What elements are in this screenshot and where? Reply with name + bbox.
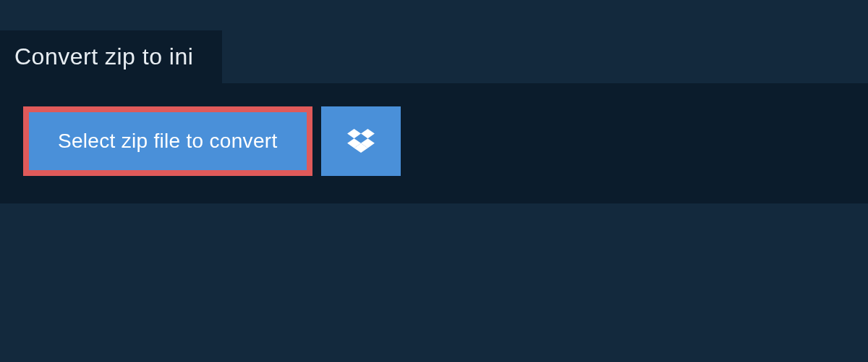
select-file-label: Select zip file to convert [58, 130, 278, 153]
dropbox-button[interactable] [321, 106, 401, 176]
select-file-button[interactable]: Select zip file to convert [23, 106, 312, 176]
button-row: Select zip file to convert [23, 106, 845, 176]
page-title: Convert zip to ini [14, 43, 193, 70]
header-tab: Convert zip to ini [0, 30, 222, 83]
upload-panel: Select zip file to convert [0, 83, 868, 203]
dropbox-icon [347, 129, 375, 153]
